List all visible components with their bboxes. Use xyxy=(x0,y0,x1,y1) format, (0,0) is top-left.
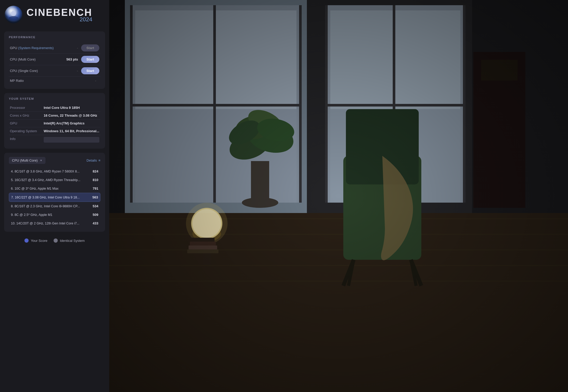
rank-row-label-6: 6. 10C @ 3* GHz, Apple M1 Max xyxy=(11,187,88,190)
your-system-card: YOUR SYSTEM Processor Intel Core Ultra 9… xyxy=(4,93,105,149)
sys-row-processor: Processor Intel Core Ultra 9 185H xyxy=(9,104,100,112)
rank-row-7[interactable]: 7. 16C/22T @ 3.08 GHz, Intel Core Ultra … xyxy=(9,193,100,202)
perf-row-cpu-multi: CPU (Multi Core) 563 pts Start xyxy=(9,54,100,65)
chevron-down-icon: ▼ xyxy=(40,159,42,162)
perf-score-gpu: - xyxy=(62,46,78,50)
rank-score-5: 810 xyxy=(88,178,98,182)
info-input[interactable] xyxy=(44,137,99,143)
your-score-label: Your Score xyxy=(31,239,47,243)
perf-score-cpu-multi: 563 pts xyxy=(62,57,78,61)
perf-label-cpu-multi: CPU (Multi Core) xyxy=(10,57,62,61)
ranking-dropdown-label: CPU (Multi Core) xyxy=(12,158,38,162)
rank-row-label-8: 8. 8C/16T @ 2.3 GHz, Intel Core i9-9880H… xyxy=(11,204,88,208)
rank-row-label-4: 4. 8C/16T @ 3.8 GHz, AMD Ryzen 7 5800X 8… xyxy=(11,170,88,173)
rank-row-label-7: 7. 16C/22T @ 3.08 GHz, Intel Core Ultra … xyxy=(11,196,88,199)
perf-row-mp-ratio: MP Ratio - xyxy=(9,77,100,85)
ranking-details-button[interactable]: Details ≡ xyxy=(87,158,100,162)
perf-row-cpu-single: CPU (Single Core) - Start xyxy=(9,65,100,77)
performance-section-title: PERFORMANCE xyxy=(9,36,100,39)
rank-row-4[interactable]: 4. 8C/16T @ 3.8 GHz, AMD Ryzen 7 5800X 8… xyxy=(9,167,100,176)
gpu-req-label: (System Requirements) xyxy=(18,46,54,50)
ranking-details-label: Details xyxy=(87,158,97,162)
rank-row-9[interactable]: 9. 8C @ 2.5* GHz, Apple M1 509 xyxy=(9,210,100,219)
sys-val-os: Windows 11, 64 Bit, Professional... xyxy=(44,129,99,133)
sys-key-gpu: GPU xyxy=(10,121,44,125)
rank-row-8[interactable]: 8. 8C/16T @ 2.3 GHz, Intel Core i9-9880H… xyxy=(9,202,100,210)
svg-point-3 xyxy=(11,11,16,16)
perf-label-gpu: GPU (System Requirements) xyxy=(10,46,62,50)
logo-text: CINEBENCH 2024 xyxy=(27,7,92,23)
svg-point-2 xyxy=(9,16,18,20)
start-button-cpu-single[interactable]: Start xyxy=(81,67,99,74)
rank-score-10: 433 xyxy=(88,221,98,225)
sys-row-cores: Cores x GHz 16 Cores, 22 Threads @ 3.08 … xyxy=(9,112,100,119)
sys-key-processor: Processor xyxy=(10,106,44,110)
ranking-header: CPU (Multi Core) ▼ Details ≡ xyxy=(9,157,100,164)
your-system-section-title: YOUR SYSTEM xyxy=(9,97,100,100)
start-button-cpu-multi[interactable]: Start xyxy=(81,56,99,63)
rank-score-7: 563 xyxy=(88,195,98,199)
rank-row-6[interactable]: 6. 10C @ 3* GHz, Apple M1 Max 791 xyxy=(9,184,100,193)
legend-identical-system: Identical System xyxy=(54,238,85,243)
your-score-dot xyxy=(24,238,29,243)
perf-score-cpu-single: - xyxy=(62,69,78,73)
start-button-gpu[interactable]: Start xyxy=(81,44,99,51)
svg-rect-56 xyxy=(109,0,568,392)
rank-score-9: 509 xyxy=(88,213,98,217)
ranking-list: 4. 8C/16T @ 3.8 GHz, AMD Ryzen 7 5800X 8… xyxy=(9,167,100,228)
perf-label-mp-ratio: MP Ratio xyxy=(10,79,81,83)
sys-key-os: Operating System xyxy=(10,129,44,133)
rank-row-5[interactable]: 5. 16C/32T @ 3.4 GHz, AMD Ryzen Threadri… xyxy=(9,176,100,184)
identical-system-dot xyxy=(54,238,58,243)
identical-system-label: Identical System xyxy=(60,239,85,243)
app-header: CINEBENCH 2024 xyxy=(4,5,105,27)
performance-card: PERFORMANCE GPU (System Requirements) - … xyxy=(4,31,105,89)
sys-key-cores: Cores x GHz xyxy=(10,114,44,117)
sys-row-info: Info xyxy=(9,135,100,144)
logo-icon xyxy=(4,5,23,25)
left-panel: CINEBENCH 2024 PERFORMANCE GPU (System R… xyxy=(0,0,109,392)
sys-key-info: Info xyxy=(10,137,44,141)
filter-icon: ≡ xyxy=(98,158,100,162)
sys-val-processor: Intel Core Ultra 9 185H xyxy=(44,106,99,110)
perf-label-cpu-single: CPU (Single Core) xyxy=(10,69,62,73)
rank-score-6: 791 xyxy=(88,187,98,190)
sys-val-cores: 16 Cores, 22 Threads @ 3.08 GHz xyxy=(44,114,99,117)
sys-row-os: Operating System Windows 11, 64 Bit, Pro… xyxy=(9,127,100,135)
rank-score-8: 534 xyxy=(88,204,98,208)
perf-score-mp-ratio: - xyxy=(81,79,96,83)
app-year: 2024 xyxy=(80,16,92,23)
perf-row-gpu: GPU (System Requirements) - Start xyxy=(9,42,100,54)
sys-row-gpu: GPU Intel(R) Arc(TM) Graphics xyxy=(9,119,100,127)
legend: Your Score Identical System xyxy=(4,236,105,243)
legend-your-score: Your Score xyxy=(24,238,47,243)
ranking-dropdown[interactable]: CPU (Multi Core) ▼ xyxy=(9,157,46,164)
rank-row-label-5: 5. 16C/32T @ 3.4 GHz, AMD Ryzen Threadri… xyxy=(11,178,88,182)
sys-val-gpu: Intel(R) Arc(TM) Graphics xyxy=(44,121,99,125)
rank-row-10[interactable]: 10. 14C/20T @ 2 GHz, 12th Gen Intel Core… xyxy=(9,219,100,228)
ranking-card: CPU (Multi Core) ▼ Details ≡ 4. 8C/16T @… xyxy=(4,153,105,232)
rank-row-label-9: 9. 8C @ 2.5* GHz, Apple M1 xyxy=(11,213,88,217)
right-panel xyxy=(109,0,568,392)
rank-row-label-10: 10. 14C/20T @ 2 GHz, 12th Gen Intel Core… xyxy=(11,222,88,225)
rank-score-4: 824 xyxy=(88,169,98,173)
